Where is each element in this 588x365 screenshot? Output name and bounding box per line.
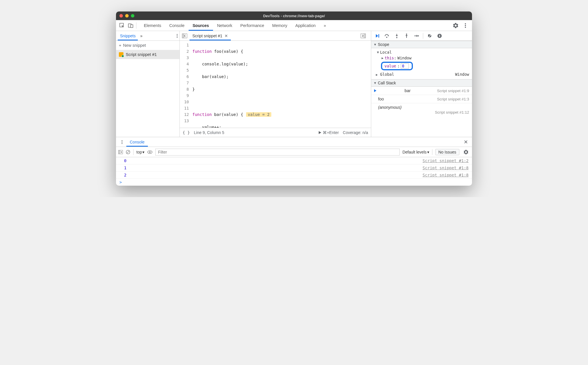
code-editor[interactable]: 12345678910111213 function foo(value) { … [180,41,371,128]
separator [423,33,423,39]
main-toolbar: Elements Console Sources Network Perform… [116,20,472,31]
run-snippet-button[interactable]: ⌘+Enter [318,130,339,135]
svg-point-3 [465,23,466,24]
close-drawer-icon[interactable]: ✕ [461,139,470,145]
resume-button[interactable] [373,32,382,40]
toggle-navigator-icon[interactable] [181,32,188,40]
svg-point-4 [465,25,466,26]
log-levels-selector[interactable]: Default levels ▾ [403,150,429,154]
disclosure-triangle-icon: ▶ [376,73,378,77]
svg-point-14 [386,37,387,38]
console-filter-input[interactable] [155,149,399,156]
console-message: 1 Script snippet #1:8 [116,164,472,172]
svg-rect-2 [131,25,133,28]
minimize-window-button[interactable] [125,14,129,18]
scope-body: ▼ Local ▶ this: Window value: ▶ Global [371,48,472,79]
callstack-frame[interactable]: (anonymous) [371,103,472,110]
callstack-header[interactable]: ▼ Call Stack [371,79,472,87]
toolbar-right [452,22,470,29]
toggle-debugger-icon[interactable] [359,32,367,40]
line-gutter: 12345678910111213 [180,42,191,128]
svg-point-15 [396,37,397,38]
svg-point-5 [465,27,466,28]
close-window-button[interactable] [119,14,123,18]
drawer-menu-icon[interactable] [118,138,126,146]
message-source-link[interactable]: Script snippet #1:8 [423,173,469,177]
editor-status-bar: { } Line 9, Column 5 ⌘+Enter Coverage: n… [180,128,371,137]
editor-tab[interactable]: Script snippet #1 ✕ [189,31,231,40]
step-into-icon[interactable] [392,32,401,40]
code-content: function foo(value) { console.log(value)… [191,42,371,128]
snippet-file-icon [119,52,123,57]
editor-tabs: Script snippet #1 ✕ [180,31,371,41]
window-title: DevTools - chrome://new-tab-page/ [116,14,472,18]
message-source-link[interactable]: Script snippet #1:2 [423,158,469,163]
snippet-item[interactable]: Script snippet #1 [116,50,179,59]
disclosure-triangle-icon: ▼ [374,81,377,85]
device-mode-icon[interactable] [126,21,135,30]
new-snippet-button[interactable]: + New snippet [116,41,179,50]
deactivate-breakpoints-icon[interactable] [425,32,434,40]
svg-point-22 [121,141,122,142]
drawer-tab-console[interactable]: Console [126,137,148,147]
tab-sources[interactable]: Sources [189,20,213,31]
scope-header[interactable]: ▼ Scope [371,41,472,48]
step-out-icon[interactable] [402,32,411,40]
navigator-pane: Snippets » + New snippet Script snippet … [116,31,180,137]
svg-point-7 [177,35,177,36]
callstack-frame[interactable]: foo Script snippet #1:3 [371,95,472,103]
disclosure-triangle-icon: ▶ [382,56,384,60]
navigator-menu-icon[interactable] [177,34,178,38]
tab-network[interactable]: Network [213,20,236,31]
tab-snippets[interactable]: Snippets [118,31,138,40]
show-console-sidebar-icon[interactable] [118,150,123,154]
tab-memory[interactable]: Memory [268,20,291,31]
value-edit-highlight: value: [381,62,413,70]
scope-value-row: value: [374,61,472,71]
sources-main: Snippets » + New snippet Script snippet … [116,31,472,137]
separator [136,22,136,29]
svg-point-21 [121,140,122,141]
tab-console[interactable]: Console [165,20,188,31]
tab-elements[interactable]: Elements [140,20,165,31]
chevron-down-icon: ▾ [427,150,429,154]
step-over-icon[interactable] [383,32,391,40]
pretty-print-icon[interactable]: { } [183,130,190,135]
settings-gear-icon[interactable] [452,22,459,29]
scope-this-row[interactable]: ▶ this: Window [374,55,472,61]
more-tabs-icon[interactable]: » [320,20,330,31]
console-settings-icon[interactable] [462,148,470,156]
console-message: 2 Script snippet #1:8 [116,172,472,179]
tab-application[interactable]: Application [291,20,320,31]
svg-point-23 [121,143,122,144]
disclosure-triangle-icon: ▼ [374,43,377,46]
message-source-link[interactable]: Script snippet #1:8 [423,166,469,170]
play-icon [318,131,322,134]
pause-on-exceptions-icon[interactable] [435,32,444,40]
titlebar: DevTools - chrome://new-tab-page/ [116,11,472,20]
cursor-position: Line 9, Column 5 [194,130,224,135]
step-icon[interactable] [412,32,421,40]
new-snippet-label: New snippet [123,43,146,48]
disclosure-triangle-icon: ▼ [377,51,379,54]
more-options-icon[interactable] [462,22,469,29]
tab-performance[interactable]: Performance [236,20,268,31]
svg-line-27 [127,151,129,153]
scope-local-header[interactable]: ▼ Local [374,49,472,55]
navigator-more-tabs-icon[interactable]: » [138,31,145,40]
snippet-item-label: Script snippet #1 [126,52,157,57]
scope-global-row[interactable]: ▶ Global Window [374,71,472,77]
live-expression-icon[interactable] [147,150,152,154]
issues-button[interactable]: No Issues [435,149,459,155]
value-edit-input[interactable] [401,63,409,69]
console-prompt[interactable]: > [116,179,472,186]
inspect-element-icon[interactable] [118,21,126,30]
maximize-window-button[interactable] [131,14,134,18]
svg-point-8 [177,37,177,38]
callstack-frame[interactable]: bar Script snippet #1:9 [371,87,472,95]
editor-tab-label: Script snippet #1 [192,34,222,38]
context-selector[interactable]: top ▾ [136,150,144,154]
close-tab-icon[interactable]: ✕ [225,34,228,38]
traffic-lights [116,14,134,18]
clear-console-icon[interactable] [126,150,130,154]
